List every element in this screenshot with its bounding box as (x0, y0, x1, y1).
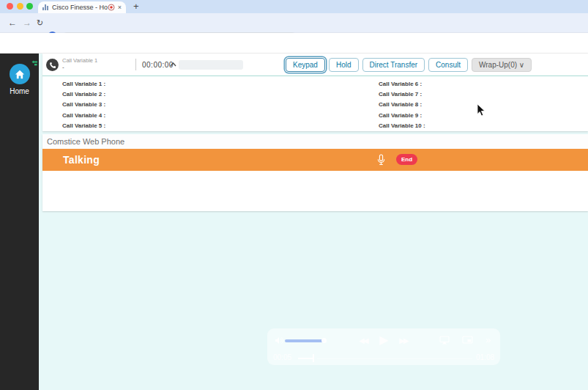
gadget-title: Comstice Web Phone (42, 134, 588, 149)
chevron-up-icon[interactable] (170, 62, 176, 67)
call-variable-row: Call Variable 9 : (379, 111, 425, 121)
picture-in-picture-icon[interactable] (462, 336, 473, 344)
timeline-remaining[interactable] (317, 358, 472, 360)
browser-tabstrip: Cisco Finesse - Home × + (0, 0, 588, 13)
home-icon (10, 64, 30, 84)
window-close-button[interactable] (7, 3, 13, 10)
call-control-bar: Call Variable 1 - 00:00:00 Keypad Hold D… (42, 54, 588, 76)
consult-button[interactable]: Consult (428, 58, 468, 72)
media-player-overlay: ◀◀ ▶ ▶▶ » 00:05 01:08 (267, 328, 500, 365)
timeline-scrubber[interactable] (313, 354, 314, 362)
timeline-played[interactable] (298, 358, 314, 359)
fast-forward-icon[interactable]: ▶▶ (399, 336, 407, 345)
keypad-button[interactable]: Keypad (286, 58, 325, 72)
sidebar-item-label: Home (0, 87, 39, 95)
call-variable-row: Call Variable 6 : (379, 79, 425, 89)
browser-toolbar: ← → ↻ (0, 13, 588, 33)
control-divider (135, 59, 136, 70)
call-action-buttons: Keypad Hold Direct Transfer Consult Wrap… (286, 58, 532, 72)
rewind-icon[interactable]: ◀◀ (359, 336, 367, 345)
call-panel: Call Variable 1 - 00:00:00 Keypad Hold D… (42, 54, 588, 131)
reload-icon[interactable]: ↻ (37, 13, 43, 33)
play-icon[interactable]: ▶ (379, 333, 388, 347)
direct-transfer-button[interactable]: Direct Transfer (362, 58, 425, 72)
hold-button[interactable]: Hold (329, 58, 359, 72)
call-variable-row: Call Variable 2 : (62, 89, 105, 100)
end-call-button[interactable]: End (396, 154, 417, 165)
tab-title: Cisco Finesse - Home (49, 4, 108, 11)
call-variable-row: Call Variable 7 : (379, 89, 425, 100)
chevron-down-icon: ∨ (519, 61, 524, 69)
window-minimize-button[interactable] (17, 3, 23, 10)
call-variable-row: Call Variable 10 : (379, 121, 425, 131)
volume-knob[interactable] (321, 338, 327, 343)
caller-variable-label: Call Variable 1 (62, 57, 97, 64)
call-variable-row: Call Variable 1 : (62, 79, 105, 89)
mute-mic-icon[interactable] (376, 154, 386, 169)
call-state-bar: Talking End (42, 149, 588, 171)
finesse-header: CISCO Cisco Finesse ⚠ − Non ACD Busy 00:… (0, 33, 588, 54)
tab-recording-icon (108, 4, 115, 11)
call-variable-row: Call Variable 5 : (62, 121, 105, 131)
call-timer: 00:00:00 (142, 61, 174, 69)
phone-icon (46, 59, 59, 71)
sidebar-item-home[interactable]: Home (0, 64, 39, 95)
window-zoom-button[interactable] (26, 3, 33, 10)
screen: Cisco Finesse - Home × + ← → ↻ (0, 0, 588, 390)
elapsed-time: 00:05 (273, 353, 291, 361)
call-variables-right-column: Call Variable 6 : Call Variable 7 : Call… (379, 79, 425, 131)
call-variables-left-column: Call Variable 1 : Call Variable 2 : Call… (62, 79, 105, 131)
webphone-gadget: Comstice Web Phone Talking End (42, 134, 588, 211)
airplay-icon[interactable] (439, 336, 450, 345)
volume-slider[interactable] (285, 339, 324, 342)
call-variable-row: Call Variable 3 : (62, 100, 105, 110)
volume-icon[interactable] (275, 336, 283, 345)
new-tab-button[interactable]: + (133, 1, 139, 12)
total-duration: 01:08 (476, 353, 494, 361)
caller-number-redacted (179, 60, 243, 70)
more-controls-icon[interactable]: » (485, 334, 491, 345)
back-icon[interactable]: ← (8, 13, 17, 33)
wrapup-label: Wrap-Up(0) (479, 61, 517, 69)
call-variables-panel: Call Variable 1 : Call Variable 2 : Call… (42, 76, 588, 130)
call-variable-row: Call Variable 4 : (62, 111, 105, 121)
tab-close-icon[interactable]: × (118, 4, 122, 11)
forward-icon[interactable]: → (23, 13, 31, 33)
finesse-favicon-icon (42, 4, 49, 10)
call-variable-row: Call Variable 8 : (379, 100, 425, 110)
browser-tab[interactable]: Cisco Finesse - Home × (38, 1, 126, 13)
mouse-cursor (477, 103, 485, 117)
left-sidebar: Home (0, 54, 39, 390)
caller-variable-value: - (62, 64, 97, 71)
call-state-label: Talking (63, 154, 100, 166)
wrapup-button[interactable]: Wrap-Up(0) ∨ (472, 58, 532, 72)
